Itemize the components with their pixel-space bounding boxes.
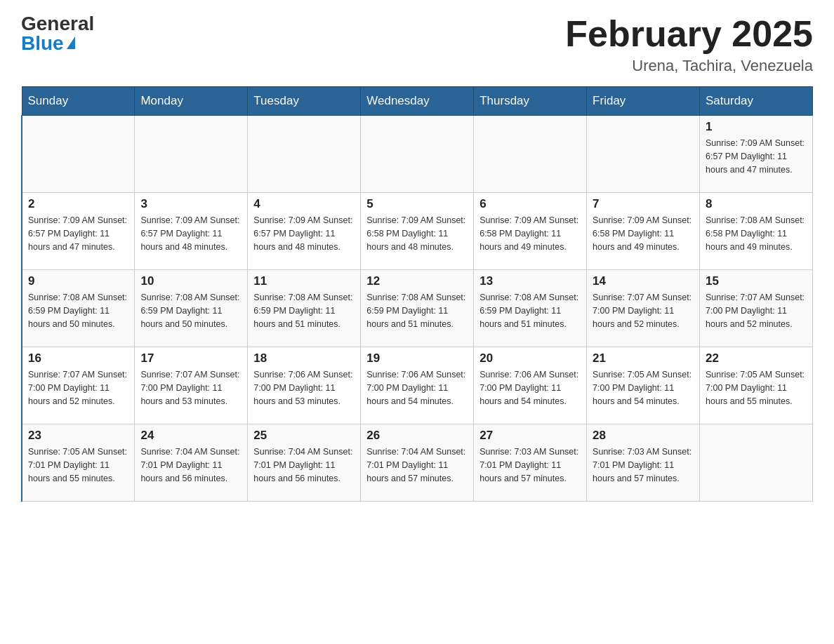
page-header: General Blue February 2025 Urena, Tachir… [21,14,813,75]
day-number: 1 [706,120,807,134]
header-tuesday: Tuesday [248,87,361,116]
day-info: Sunrise: 7:09 AM Sunset: 6:57 PM Dayligh… [253,214,355,253]
day-info: Sunrise: 7:03 AM Sunset: 7:01 PM Dayligh… [479,445,581,485]
calendar-cell [700,424,813,502]
header-sunday: Sunday [22,87,135,116]
calendar-cell: 27Sunrise: 7:03 AM Sunset: 7:01 PM Dayli… [474,424,587,502]
calendar-cell: 14Sunrise: 7:07 AM Sunset: 7:00 PM Dayli… [587,270,700,347]
day-info: Sunrise: 7:04 AM Sunset: 7:01 PM Dayligh… [253,445,355,485]
calendar-cell: 20Sunrise: 7:06 AM Sunset: 7:00 PM Dayli… [474,347,587,424]
day-number: 2 [28,197,128,211]
day-number: 21 [593,351,694,365]
calendar-cell: 10Sunrise: 7:08 AM Sunset: 6:59 PM Dayli… [135,270,248,347]
calendar-cell: 19Sunrise: 7:06 AM Sunset: 7:00 PM Dayli… [361,347,474,424]
day-info: Sunrise: 7:05 AM Sunset: 7:01 PM Dayligh… [28,445,128,485]
day-number: 20 [479,351,581,365]
calendar-cell [587,116,700,193]
day-info: Sunrise: 7:05 AM Sunset: 7:00 PM Dayligh… [706,368,807,408]
day-info: Sunrise: 7:09 AM Sunset: 6:57 PM Dayligh… [28,214,128,253]
day-info: Sunrise: 7:04 AM Sunset: 7:01 PM Dayligh… [140,445,241,485]
calendar-cell: 9Sunrise: 7:08 AM Sunset: 6:59 PM Daylig… [22,270,135,347]
day-info: Sunrise: 7:06 AM Sunset: 7:00 PM Dayligh… [253,368,355,408]
month-title: February 2025 [565,14,813,54]
day-info: Sunrise: 7:06 AM Sunset: 7:00 PM Dayligh… [366,368,468,408]
calendar-cell [361,116,474,193]
day-info: Sunrise: 7:06 AM Sunset: 7:00 PM Dayligh… [479,368,581,408]
day-number: 14 [593,274,694,288]
day-info: Sunrise: 7:09 AM Sunset: 6:57 PM Dayligh… [706,137,807,176]
header-monday: Monday [135,87,248,116]
calendar-cell: 11Sunrise: 7:08 AM Sunset: 6:59 PM Dayli… [248,270,361,347]
day-info: Sunrise: 7:07 AM Sunset: 7:00 PM Dayligh… [706,291,807,330]
calendar-cell: 26Sunrise: 7:04 AM Sunset: 7:01 PM Dayli… [361,424,474,502]
day-info: Sunrise: 7:09 AM Sunset: 6:58 PM Dayligh… [479,214,581,253]
day-number: 24 [140,429,241,443]
day-info: Sunrise: 7:08 AM Sunset: 6:59 PM Dayligh… [140,291,241,330]
day-number: 12 [366,274,468,288]
calendar-cell [135,116,248,193]
day-number: 26 [366,429,468,443]
day-number: 5 [366,197,468,211]
day-number: 15 [706,274,807,288]
calendar-week-5: 23Sunrise: 7:05 AM Sunset: 7:01 PM Dayli… [22,424,813,502]
header-saturday: Saturday [700,87,813,116]
day-info: Sunrise: 7:09 AM Sunset: 6:58 PM Dayligh… [593,214,694,253]
header-thursday: Thursday [474,87,587,116]
calendar-body: 1Sunrise: 7:09 AM Sunset: 6:57 PM Daylig… [22,116,813,502]
day-number: 7 [593,197,694,211]
day-number: 18 [253,351,355,365]
calendar-week-4: 16Sunrise: 7:07 AM Sunset: 7:00 PM Dayli… [22,347,813,424]
logo-triangle-icon [67,36,75,49]
title-block: February 2025 Urena, Tachira, Venezuela [565,14,813,75]
day-number: 22 [706,351,807,365]
day-number: 25 [253,429,355,443]
calendar-cell: 24Sunrise: 7:04 AM Sunset: 7:01 PM Dayli… [135,424,248,502]
calendar-cell: 7Sunrise: 7:09 AM Sunset: 6:58 PM Daylig… [587,193,700,270]
calendar-week-3: 9Sunrise: 7:08 AM Sunset: 6:59 PM Daylig… [22,270,813,347]
location-title: Urena, Tachira, Venezuela [565,57,813,75]
day-info: Sunrise: 7:09 AM Sunset: 6:58 PM Dayligh… [366,214,468,253]
day-number: 27 [479,429,581,443]
calendar-cell: 23Sunrise: 7:05 AM Sunset: 7:01 PM Dayli… [22,424,135,502]
day-info: Sunrise: 7:07 AM Sunset: 7:00 PM Dayligh… [28,368,128,408]
weekday-header-row: Sunday Monday Tuesday Wednesday Thursday… [22,87,813,116]
calendar-cell: 21Sunrise: 7:05 AM Sunset: 7:00 PM Dayli… [587,347,700,424]
day-number: 11 [253,274,355,288]
calendar-cell: 12Sunrise: 7:08 AM Sunset: 6:59 PM Dayli… [361,270,474,347]
day-info: Sunrise: 7:08 AM Sunset: 6:59 PM Dayligh… [366,291,468,330]
calendar-table: Sunday Monday Tuesday Wednesday Thursday… [21,86,813,502]
calendar-cell: 2Sunrise: 7:09 AM Sunset: 6:57 PM Daylig… [22,193,135,270]
calendar-cell: 22Sunrise: 7:05 AM Sunset: 7:00 PM Dayli… [700,347,813,424]
calendar-week-1: 1Sunrise: 7:09 AM Sunset: 6:57 PM Daylig… [22,116,813,193]
day-info: Sunrise: 7:04 AM Sunset: 7:01 PM Dayligh… [366,445,468,485]
header-wednesday: Wednesday [361,87,474,116]
logo-blue-text: Blue [21,34,75,53]
day-number: 16 [28,351,128,365]
calendar-cell: 4Sunrise: 7:09 AM Sunset: 6:57 PM Daylig… [248,193,361,270]
day-info: Sunrise: 7:05 AM Sunset: 7:00 PM Dayligh… [593,368,694,408]
calendar-cell: 28Sunrise: 7:03 AM Sunset: 7:01 PM Dayli… [587,424,700,502]
calendar-cell: 1Sunrise: 7:09 AM Sunset: 6:57 PM Daylig… [700,116,813,193]
calendar-cell: 5Sunrise: 7:09 AM Sunset: 6:58 PM Daylig… [361,193,474,270]
day-info: Sunrise: 7:09 AM Sunset: 6:57 PM Dayligh… [140,214,241,253]
calendar-header: Sunday Monday Tuesday Wednesday Thursday… [22,87,813,116]
day-number: 3 [140,197,241,211]
calendar-cell: 25Sunrise: 7:04 AM Sunset: 7:01 PM Dayli… [248,424,361,502]
day-number: 4 [253,197,355,211]
logo-general-text: General [21,14,94,34]
day-info: Sunrise: 7:08 AM Sunset: 6:59 PM Dayligh… [479,291,581,330]
day-number: 8 [706,197,807,211]
day-number: 19 [366,351,468,365]
calendar-cell: 8Sunrise: 7:08 AM Sunset: 6:58 PM Daylig… [700,193,813,270]
day-number: 9 [28,274,128,288]
calendar-cell: 17Sunrise: 7:07 AM Sunset: 7:00 PM Dayli… [135,347,248,424]
day-number: 23 [28,429,128,443]
logo: General Blue [21,14,94,53]
calendar-cell [248,116,361,193]
calendar-cell: 18Sunrise: 7:06 AM Sunset: 7:00 PM Dayli… [248,347,361,424]
calendar-week-2: 2Sunrise: 7:09 AM Sunset: 6:57 PM Daylig… [22,193,813,270]
day-info: Sunrise: 7:07 AM Sunset: 7:00 PM Dayligh… [140,368,241,408]
calendar-cell: 16Sunrise: 7:07 AM Sunset: 7:00 PM Dayli… [22,347,135,424]
calendar-cell: 6Sunrise: 7:09 AM Sunset: 6:58 PM Daylig… [474,193,587,270]
calendar-cell: 13Sunrise: 7:08 AM Sunset: 6:59 PM Dayli… [474,270,587,347]
